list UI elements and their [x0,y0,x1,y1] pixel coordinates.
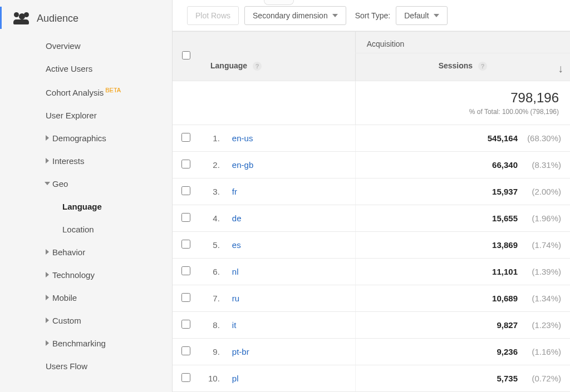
sessions-percent: (1.39%) [520,259,570,285]
select-all-checkbox[interactable] [182,51,190,59]
sidebar-item-interests[interactable]: Interests [0,150,172,172]
chevron-right-icon [46,317,49,323]
chevron-right-icon [46,272,49,277]
sidebar-item-label: Behavior [52,247,85,257]
table-row: 9.pt-br9,236(1.16%) [173,339,570,365]
sidebar-item-cohort-analysis[interactable]: Cohort AnalysisBETA [0,80,172,104]
language-link[interactable]: it [232,320,237,330]
sort-descending-icon: ↓ [558,62,563,75]
sessions-value: 10,689 [355,285,520,312]
sidebar-item-overview[interactable]: Overview [0,34,172,57]
sessions-value: 545,164 [355,125,520,152]
language-link[interactable]: fr [232,187,237,196]
sidebar-item-location[interactable]: Location [0,218,172,241]
panel-notch [264,0,294,5]
main-content: Plot Rows Secondary dimension Sort Type:… [173,0,570,392]
sort-type-dropdown[interactable]: Default [396,6,447,25]
row-checkbox[interactable] [181,266,190,275]
table-row: 2.en-gb66,340(8.31%) [173,152,570,178]
row-checkbox[interactable] [181,346,190,355]
table-row: 5.es13,869(1.74%) [173,232,570,259]
sessions-value: 66,340 [355,152,520,178]
row-checkbox[interactable] [181,133,190,142]
row-checkbox[interactable] [181,373,190,382]
sidebar-item-behavior[interactable]: Behavior [0,241,172,264]
row-index: 3. [199,178,223,205]
sessions-value: 9,827 [355,312,520,339]
row-checkbox[interactable] [181,320,190,329]
row-index: 8. [199,312,223,339]
table-row: 8.it9,827(1.23%) [173,312,570,339]
help-icon[interactable]: ? [253,62,262,71]
secondary-dimension-dropdown[interactable]: Secondary dimension [244,6,346,25]
language-link[interactable]: en-gb [232,160,253,170]
sidebar-item-technology[interactable]: Technology [0,264,172,286]
sidebar-item-label: Active Users [46,64,92,73]
language-link[interactable]: de [232,214,242,223]
sidebar-item-label: Language [62,202,102,211]
sort-type-label: Sort Type: [355,11,391,20]
totals-row: 798,196 % of Total: 100.00% (798,196) [173,81,570,125]
sidebar-item-label: Geo [52,179,68,188]
column-header-language-label: Language [210,61,247,70]
sidebar-item-label: Cohort Analysis [46,88,104,97]
sidebar-item-label: Location [62,225,94,234]
language-link[interactable]: es [232,240,241,250]
sidebar-item-label: Technology [52,270,95,280]
chevron-right-icon [46,340,49,346]
sidebar-item-active-users[interactable]: Active Users [0,57,172,80]
sessions-percent: (68.30%) [520,125,570,152]
row-checkbox[interactable] [181,160,190,168]
sidebar-item-language[interactable]: Language [0,195,172,218]
row-checkbox[interactable] [181,293,190,302]
language-link[interactable]: pl [232,374,239,383]
table-toolbar: Plot Rows Secondary dimension Sort Type:… [173,0,570,31]
row-index: 4. [199,205,223,232]
sidebar-item-label: Benchmarking [52,339,106,348]
table-row: 3.fr15,937(2.00%) [173,178,570,205]
help-icon[interactable]: ? [478,62,487,71]
language-link[interactable]: nl [232,267,239,276]
sidebar-item-custom[interactable]: Custom [0,309,172,332]
sidebar-item-benchmarking[interactable]: Benchmarking [0,332,172,355]
row-index: 7. [199,285,223,312]
language-link[interactable]: en-us [232,133,253,143]
row-checkbox[interactable] [181,186,190,195]
sidebar-item-user-explorer[interactable]: User Explorer [0,104,172,127]
language-link[interactable]: ru [232,294,239,303]
sessions-percent: (8.31%) [520,152,570,178]
sessions-value: 13,869 [355,232,520,259]
plot-rows-label: Plot Rows [195,11,230,20]
chevron-right-icon [46,295,49,300]
sidebar-item-label: Custom [52,316,81,325]
row-index: 2. [199,152,223,178]
sessions-value: 5,735 [355,365,520,392]
total-sessions-subtext: % of Total: 100.00% (798,196) [367,108,559,116]
total-sessions-value: 798,196 [367,90,559,106]
sidebar-item-users-flow[interactable]: Users Flow [0,355,172,378]
row-checkbox[interactable] [181,240,190,249]
sidebar-section-audience[interactable]: Audience [0,6,172,34]
sessions-percent: (1.23%) [520,312,570,339]
sidebar-item-demographics[interactable]: Demographics [0,127,172,150]
language-link[interactable]: pt-br [232,347,249,356]
plot-rows-button[interactable]: Plot Rows [187,6,239,25]
sidebar-nav: OverviewActive UsersCohort AnalysisBETAU… [0,34,172,378]
table-row: 1.en-us545,164(68.30%) [173,125,570,152]
sessions-value: 15,655 [355,205,520,232]
sidebar-item-label: Users Flow [46,361,87,371]
column-group-label: Acquisition [367,39,405,48]
sessions-percent: (1.16%) [520,339,570,365]
chevron-right-icon [46,135,49,141]
column-header-language[interactable]: Language ? [199,32,355,81]
column-header-sessions[interactable]: Sessions ? ↓ [355,53,570,81]
sidebar-item-geo[interactable]: Geo [0,172,172,195]
report-table: Language ? Acquisition Sessions ? ↓ [173,31,570,392]
sidebar-item-mobile[interactable]: Mobile [0,286,172,309]
sessions-value: 15,937 [355,178,520,205]
sidebar-item-label: Demographics [52,133,106,143]
table-row: 4.de15,655(1.96%) [173,205,570,232]
row-checkbox[interactable] [181,213,190,222]
row-index: 9. [199,339,223,365]
sessions-percent: (1.74%) [520,232,570,259]
